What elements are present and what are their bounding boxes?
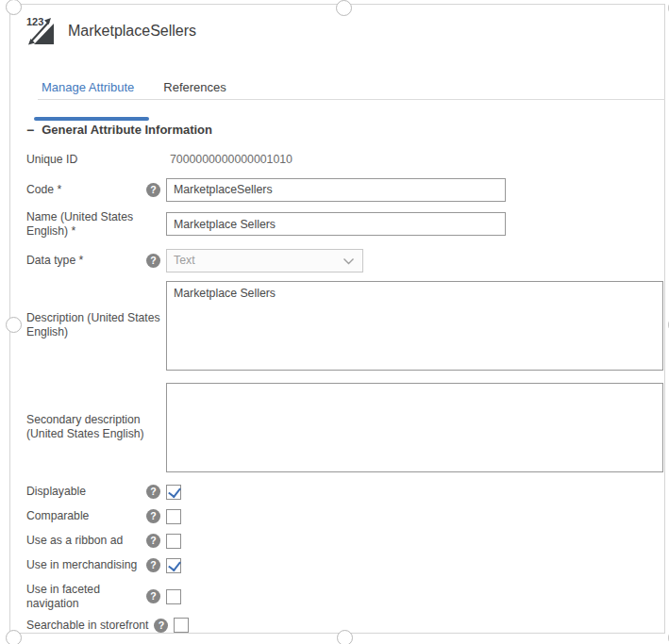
- faceted-navigation-row: Use in faceted navigation ?: [26, 583, 665, 611]
- tab-references[interactable]: References: [163, 80, 226, 99]
- field-label: Use in faceted navigation: [26, 583, 146, 611]
- name-row: Name (United States English) *: [26, 210, 665, 239]
- secondary-description-row: Secondary description (United States Eng…: [26, 383, 665, 472]
- tab-manage-attribute[interactable]: Manage Attribute: [38, 80, 138, 99]
- help-icon[interactable]: ?: [146, 485, 160, 499]
- resize-handle-top-center[interactable]: [336, 0, 352, 16]
- displayable-checkbox[interactable]: [166, 485, 181, 500]
- help-icon[interactable]: ?: [146, 589, 160, 603]
- field-label: Name (United States English) *: [26, 210, 146, 239]
- comparable-row: Comparable ?: [26, 509, 665, 524]
- name-input[interactable]: [166, 212, 506, 236]
- field-label: Description (United States English): [26, 311, 166, 339]
- help-icon[interactable]: ?: [146, 183, 160, 197]
- unique-id-value: 7000000000000001010: [166, 153, 293, 166]
- resize-handle-middle-left[interactable]: [6, 317, 22, 333]
- active-tab-underline: [34, 117, 149, 121]
- code-row: Code * ?: [26, 178, 665, 202]
- description-textarea[interactable]: Marketplace Sellers: [166, 281, 663, 371]
- code-input[interactable]: [166, 178, 506, 202]
- searchable-storefront-checkbox[interactable]: [174, 618, 189, 633]
- field-label: Searchable in storefront: [26, 619, 154, 633]
- section-title: General Attribute Information: [42, 123, 212, 137]
- tab-label: References: [163, 80, 226, 94]
- searchable-storefront-row: Searchable in storefront ?: [26, 618, 665, 633]
- form-content: − General Attribute Information Unique I…: [26, 123, 665, 642]
- resize-handle-top-left[interactable]: [6, 0, 22, 15]
- help-icon[interactable]: ?: [146, 534, 160, 548]
- ribbon-ad-row: Use as a ribbon ad ?: [26, 534, 665, 549]
- field-label: Displayable: [26, 485, 146, 499]
- chevron-down-icon: [343, 258, 354, 265]
- page-title: MarketplaceSellers: [68, 23, 196, 40]
- help-icon[interactable]: ?: [146, 558, 160, 572]
- help-icon[interactable]: ?: [146, 509, 160, 523]
- data-type-row: Data type * ? Text: [26, 249, 665, 272]
- svg-text:123: 123: [26, 16, 43, 27]
- displayable-row: Displayable ?: [26, 485, 665, 500]
- help-icon[interactable]: ?: [146, 254, 160, 268]
- field-label: Use in merchandising: [26, 558, 146, 572]
- page-header: 123 MarketplaceSellers: [26, 15, 196, 46]
- field-label: Secondary description (United States Eng…: [26, 413, 166, 441]
- merchandising-checkbox[interactable]: [166, 558, 181, 573]
- description-row: Description (United States English) Mark…: [26, 281, 665, 371]
- tab-bar: Manage Attribute References: [38, 80, 665, 100]
- comparable-checkbox[interactable]: [166, 509, 181, 524]
- help-icon[interactable]: ?: [154, 619, 168, 633]
- numeric-attribute-icon: 123: [26, 15, 55, 46]
- data-type-select: Text: [166, 249, 363, 272]
- merchandising-row: Use in merchandising ?: [26, 558, 665, 573]
- unique-id-row: Unique ID 7000000000000001010: [26, 153, 665, 167]
- section-header[interactable]: − General Attribute Information: [26, 123, 665, 137]
- collapse-icon[interactable]: −: [26, 124, 34, 137]
- resize-handle-bottom-left[interactable]: [6, 630, 22, 644]
- ribbon-ad-checkbox[interactable]: [166, 534, 181, 549]
- tab-label: Manage Attribute: [42, 80, 134, 94]
- data-type-value: Text: [167, 254, 195, 267]
- field-label: Comparable: [26, 509, 146, 523]
- field-label: Data type *: [26, 254, 146, 268]
- secondary-description-textarea[interactable]: [166, 383, 663, 472]
- field-label: Use as a ribbon ad: [26, 534, 146, 548]
- faceted-navigation-checkbox[interactable]: [166, 589, 181, 604]
- field-label: Code *: [26, 183, 146, 197]
- field-label: Unique ID: [26, 153, 146, 167]
